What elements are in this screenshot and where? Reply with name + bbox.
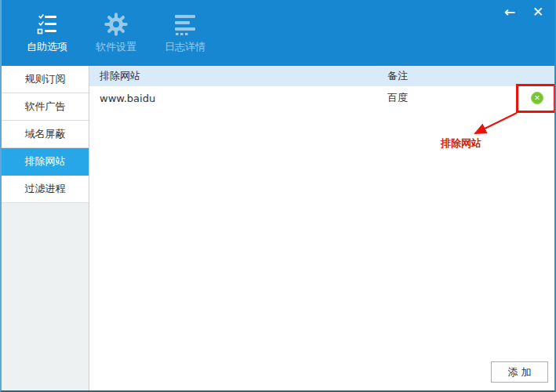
sidebar: 规则订阅 软件广告 域名屏蔽 排除网站 过滤进程 bbox=[2, 66, 89, 390]
table-header: 排除网站 备注 bbox=[89, 66, 554, 86]
column-header-site: 排除网站 bbox=[89, 69, 387, 83]
main-panel: 排除网站 备注 www.baidu 百度 ✕ 排除网站 添 加 bbox=[89, 66, 554, 390]
annotation-arrow bbox=[89, 66, 556, 390]
checklist-icon bbox=[35, 13, 59, 36]
tab-label: 日志详情 bbox=[165, 40, 205, 54]
tab-self-service-options[interactable]: 自助选项 bbox=[13, 0, 82, 66]
window-controls: ← ✕ bbox=[501, 3, 547, 20]
sidebar-item-domain-blocking[interactable]: 域名屏蔽 bbox=[2, 121, 89, 148]
back-button[interactable]: ← bbox=[501, 3, 518, 20]
site-cell: www.baidu bbox=[89, 93, 387, 104]
note-cell: 百度 bbox=[387, 91, 554, 105]
sidebar-item-filter-processes[interactable]: 过滤进程 bbox=[2, 176, 89, 203]
app-body: 规则订阅 软件广告 域名屏蔽 排除网站 过滤进程 排除网站 备注 www.bai… bbox=[2, 66, 554, 390]
tab-label: 自助选项 bbox=[27, 40, 67, 54]
sidebar-item-rule-subscription[interactable]: 规则订阅 bbox=[2, 66, 89, 93]
header-tabs: 自助选项 bbox=[2, 0, 220, 66]
tab-log-details[interactable]: 日志详情 bbox=[151, 0, 220, 66]
app-window: 自助选项 bbox=[0, 0, 556, 392]
close-button[interactable]: ✕ bbox=[529, 3, 547, 20]
delete-site-icon[interactable]: ✕ bbox=[531, 92, 543, 104]
log-list-icon bbox=[173, 13, 197, 36]
tab-label: 软件设置 bbox=[96, 40, 136, 54]
column-header-note: 备注 bbox=[387, 69, 554, 83]
sidebar-item-software-ads[interactable]: 软件广告 bbox=[2, 93, 89, 121]
add-button[interactable]: 添 加 bbox=[491, 361, 548, 383]
sidebar-item-excluded-sites[interactable]: 排除网站 bbox=[2, 148, 89, 176]
tab-software-settings[interactable]: 软件设置 bbox=[82, 0, 151, 66]
gear-icon bbox=[104, 13, 128, 36]
table-row[interactable]: www.baidu 百度 ✕ bbox=[89, 86, 554, 110]
app-header: 自助选项 bbox=[2, 0, 554, 66]
annotation-label: 排除网站 bbox=[441, 136, 482, 151]
